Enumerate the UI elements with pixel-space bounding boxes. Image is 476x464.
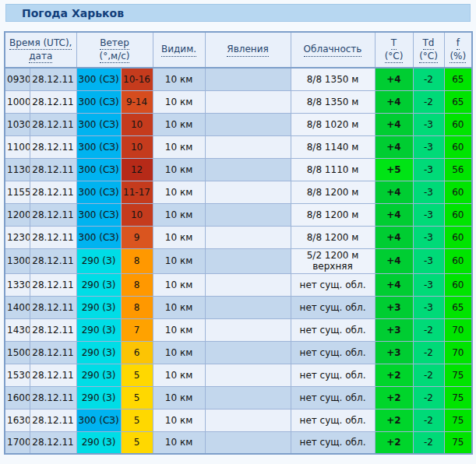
cell-humidity: 70 (444, 318, 472, 341)
cell-temperature: +4 (375, 226, 413, 248)
observation-row: 1600 28.12.11 290 (З) 5 10 км нет сущ. о… (5, 386, 472, 409)
cloudiness-value: 8/8 1110 м (293, 164, 373, 175)
cell-cloudiness: нет сущ. обл. (291, 318, 375, 341)
cell-temperature: +4 (375, 135, 413, 158)
cloudiness-value: нет сущ. обл. (293, 325, 373, 336)
cell-visibility: 10 км (153, 90, 205, 113)
cell-wind-direction: 300 (СЗ) (76, 68, 121, 90)
cell-dewpoint: -2 (413, 364, 444, 386)
cell-wind-direction: 300 (СЗ) (76, 409, 121, 431)
col-header-temperature[interactable]: T (°C) (375, 32, 413, 68)
cell-cloudiness: нет сущ. обл. (291, 296, 375, 318)
observation-row: 1330 28.12.11 290 (З) 8 10 км нет сущ. о… (5, 273, 472, 296)
cell-temperature: +2 (375, 386, 413, 409)
cell-temperature: +4 (375, 68, 413, 90)
cell-phenomena (205, 318, 291, 341)
cell-wind-direction: 290 (З) (76, 248, 121, 273)
cell-date: 28.12.11 (30, 341, 76, 364)
cell-dewpoint: -3 (413, 203, 444, 226)
cloudiness-value: 8/8 1200 м (293, 232, 373, 243)
cell-visibility: 10 км (153, 113, 205, 135)
cell-visibility: 10 км (153, 318, 205, 341)
col-header-phenomena[interactable]: Явления (205, 32, 291, 68)
cell-cloudiness: 8/8 1200 м (291, 203, 375, 226)
cell-temperature: +4 (375, 90, 413, 113)
cell-visibility: 10 км (153, 386, 205, 409)
cell-cloudiness: нет сущ. обл. (291, 364, 375, 386)
col-header-dewpoint[interactable]: Td (°C) (413, 32, 444, 68)
cell-visibility: 10 км (153, 341, 205, 364)
cell-wind-speed: 5 (121, 386, 153, 409)
observation-row: 1155 28.12.11 300 (СЗ) 11-17 10 км 8/8 1… (5, 181, 472, 203)
header-td-line1: Td (423, 37, 435, 50)
col-header-visibility[interactable]: Видим. (153, 32, 205, 68)
header-phenomena-label: Явления (227, 43, 268, 56)
cell-time: 1200 (5, 203, 30, 226)
cell-time: 1500 (5, 341, 30, 364)
cell-date: 28.12.11 (30, 296, 76, 318)
cell-humidity: 65 (444, 68, 472, 90)
col-header-time-date[interactable]: Время (UTC), дата (5, 32, 76, 68)
cell-temperature: +2 (375, 409, 413, 431)
cell-wind-speed: 8 (121, 273, 153, 296)
cell-cloudiness: 8/8 1140 м (291, 135, 375, 158)
cell-dewpoint: -3 (413, 273, 444, 296)
cell-phenomena (205, 113, 291, 135)
cloudiness-value: нет сущ. обл. (293, 392, 373, 403)
cell-temperature: +3 (375, 296, 413, 318)
cell-date: 28.12.11 (30, 409, 76, 431)
cell-dewpoint: -2 (413, 90, 444, 113)
cell-phenomena (205, 226, 291, 248)
cell-wind-speed: 10 (121, 203, 153, 226)
cell-dewpoint: -3 (413, 226, 444, 248)
cell-phenomena (205, 386, 291, 409)
cell-wind-speed: 9-14 (121, 90, 153, 113)
cloudiness-value-line2: верхняя (293, 261, 373, 272)
cell-visibility: 10 км (153, 68, 205, 90)
cell-time: 0930 (5, 68, 30, 90)
cell-dewpoint: -2 (413, 409, 444, 431)
cloudiness-value: 8/8 1200 м (293, 187, 373, 198)
cell-visibility: 10 км (153, 181, 205, 203)
cell-cloudiness: 8/8 1350 м (291, 90, 375, 113)
cloudiness-value: нет сущ. обл. (293, 370, 373, 381)
cell-phenomena (205, 431, 291, 454)
cell-temperature: +2 (375, 431, 413, 454)
cell-time: 1630 (5, 409, 30, 431)
col-header-wind[interactable]: Ветер (°,м/с) (76, 32, 153, 68)
cell-wind-speed: 10 (121, 135, 153, 158)
cell-humidity: 60 (444, 113, 472, 135)
cloudiness-value: нет сущ. обл. (293, 437, 373, 448)
col-header-humidity[interactable]: f (%) (444, 32, 472, 68)
cell-dewpoint: -3 (413, 296, 444, 318)
cloudiness-value: нет сущ. обл. (293, 302, 373, 313)
header-t-line2: (°C) (385, 50, 404, 63)
cell-time: 1000 (5, 90, 30, 113)
header-t-line1: T (391, 37, 397, 50)
page-title: Погода Харьков (22, 7, 124, 19)
cell-wind-speed: 5 (121, 409, 153, 431)
header-visibility-label: Видим. (161, 43, 196, 56)
cell-humidity: 60 (444, 135, 472, 158)
cell-time: 1030 (5, 113, 30, 135)
cell-cloudiness: нет сущ. обл. (291, 341, 375, 364)
header-wind-line2: (°,м/с) (100, 50, 130, 63)
cell-humidity: 60 (444, 248, 472, 273)
cell-time: 1600 (5, 386, 30, 409)
cell-humidity: 70 (444, 341, 472, 364)
cell-time: 1100 (5, 135, 30, 158)
cell-humidity: 56 (444, 158, 472, 181)
cloudiness-value: 8/8 1020 м (293, 119, 373, 130)
observation-row: 1000 28.12.11 300 (СЗ) 9-14 10 км 8/8 13… (5, 90, 472, 113)
col-header-cloudiness[interactable]: Облачность (291, 32, 375, 68)
cell-wind-speed: 12 (121, 158, 153, 181)
cell-phenomena (205, 296, 291, 318)
cell-visibility: 10 км (153, 296, 205, 318)
cloudiness-value: нет сущ. обл. (293, 415, 373, 426)
cell-humidity: 60 (444, 181, 472, 203)
cell-wind-direction: 300 (СЗ) (76, 113, 121, 135)
cell-wind-speed: 5 (121, 431, 153, 454)
cell-date: 28.12.11 (30, 135, 76, 158)
cloudiness-value: нет сущ. обл. (293, 279, 373, 290)
cell-dewpoint: -3 (413, 181, 444, 203)
